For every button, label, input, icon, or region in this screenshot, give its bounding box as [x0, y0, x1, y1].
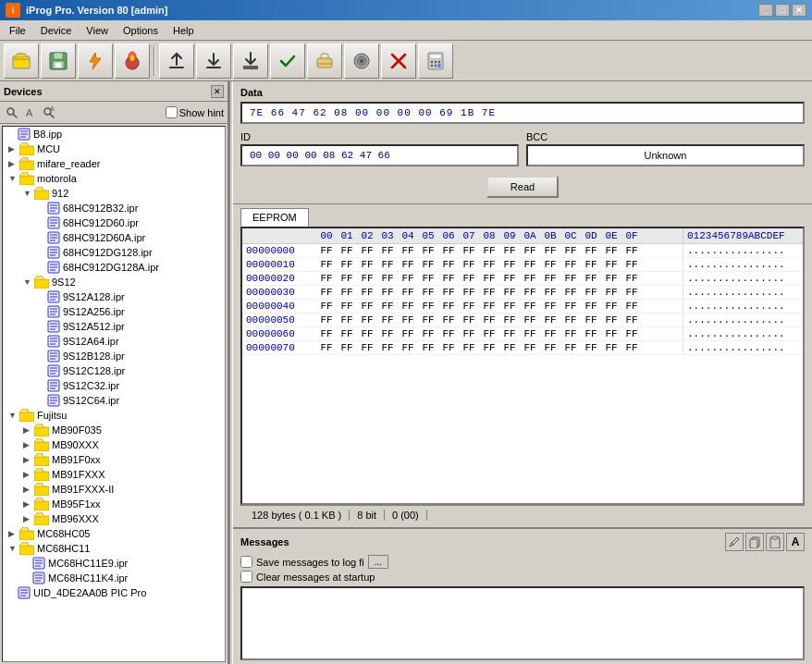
messages-options: Save messages to log fi ... Clear messag…	[240, 555, 805, 583]
id-box: ID 00 00 00 00 08 62 47 66	[240, 131, 519, 166]
svg-rect-4	[55, 63, 61, 68]
svg-rect-10	[206, 67, 221, 68]
tree-node-68hc912dg128a[interactable]: 68HC912DG128A.ipr	[3, 260, 225, 275]
tree-node-9s12a128[interactable]: 9S12A128.ipr	[3, 289, 225, 304]
hex-rows-container: 00000000FFFFFFFFFFFFFFFFFFFFFFFFFFFFFFFF…	[242, 244, 803, 355]
tree-node-68hc912d60a[interactable]: 68HC912D60A.ipr	[3, 230, 225, 245]
messages-toolbar: A	[725, 533, 805, 551]
clear-startup-option[interactable]: Clear messages at startup	[240, 571, 805, 583]
svg-text:A: A	[26, 107, 33, 118]
menu-options[interactable]: Options	[116, 23, 166, 38]
save-button[interactable]	[41, 43, 76, 79]
window-controls[interactable]: _ □ ✕	[758, 4, 806, 17]
tree-node-mc68hc11e9[interactable]: MC68HC11E9.ipr	[3, 556, 225, 571]
devices-search-button[interactable]	[4, 105, 20, 121]
tree-node-uid_4de2aa0b[interactable]: UID_4DE2AA0B PIC Pro	[3, 585, 225, 600]
svg-line-27	[14, 114, 18, 117]
tree-node-mb96xxx[interactable]: ▶ MB96XXX	[3, 511, 225, 526]
bcc-value-display: Unknown	[526, 144, 805, 166]
hex-row: 00000070FFFFFFFFFFFFFFFFFFFFFFFFFFFFFFFF…	[242, 341, 803, 355]
tree-node-mb90xxx[interactable]: ▶ MB90XXX	[3, 437, 225, 452]
devices-title: Devices	[4, 86, 43, 97]
svg-rect-98	[34, 486, 49, 496]
menu-file[interactable]: File	[2, 23, 33, 38]
tree-node-mc68hc05[interactable]: ▶ MC68HC05	[3, 526, 225, 541]
tree-node-mb90f035[interactable]: ▶ MB90F035	[3, 423, 225, 437]
tree-node-9s12c64[interactable]: 9S12C64.ipr	[3, 393, 225, 408]
maximize-button[interactable]: □	[775, 4, 790, 17]
messages-area	[240, 586, 805, 660]
svg-point-20	[431, 60, 433, 62]
tree-node-mb95f1xx[interactable]: ▶ MB95F1xx	[3, 497, 225, 511]
tree-node-mb91f0xx[interactable]: ▶ MB91F0xx	[3, 452, 225, 467]
tree-node-mifare_reader[interactable]: ▶ mifare_reader	[3, 156, 225, 171]
svg-rect-38	[19, 176, 34, 185]
flash-button[interactable]	[78, 43, 113, 79]
svg-point-8	[130, 55, 134, 61]
minimize-button[interactable]: _	[758, 4, 773, 17]
erase-button[interactable]	[307, 43, 342, 79]
upload-button[interactable]	[159, 43, 194, 79]
calc-button[interactable]	[418, 43, 453, 79]
msg-font-button[interactable]: A	[786, 533, 805, 551]
devices-search2-button[interactable]: A	[41, 105, 57, 121]
read-button[interactable]: Read	[486, 176, 559, 198]
svg-line-115	[732, 543, 733, 545]
tree-node-9s12[interactable]: ▼ 9S12	[3, 275, 225, 289]
menu-help[interactable]: Help	[166, 23, 202, 38]
devices-panel: Devices ✕ A A Show hint	[0, 81, 229, 664]
tree-node-mcu[interactable]: ▶ MCU	[3, 141, 225, 156]
tree-node-mb91fxxx_i[interactable]: ▶ MB91FXXX-II	[3, 482, 225, 497]
id-bcc-row: ID 00 00 00 00 08 62 47 66 BCC Unknown	[240, 131, 805, 166]
svg-rect-39	[34, 191, 49, 200]
msg-paste-button[interactable]	[766, 533, 784, 551]
app-title: iProg Pro. Version 80 [admin]	[26, 5, 167, 16]
stop-button[interactable]	[381, 43, 416, 79]
browse-log-button[interactable]: ...	[368, 555, 388, 569]
msg-copy-button[interactable]	[745, 533, 764, 551]
tree-node-68hc912d60[interactable]: 68HC912D60.ipr	[3, 215, 225, 230]
verify-button[interactable]	[270, 43, 305, 79]
menu-device[interactable]: Device	[33, 23, 80, 38]
clear-startup-checkbox[interactable]	[240, 571, 252, 583]
tree-node-9s12a64[interactable]: 9S12A64.ipr	[3, 334, 225, 349]
svg-rect-101	[19, 531, 34, 540]
tab-eeprom[interactable]: EEPROM	[240, 208, 309, 227]
hex-editor[interactable]: 000102030405060708090A0B0C0D0E0F 0123456…	[240, 227, 805, 505]
title-bar: i iProg Pro. Version 80 [admin] _ □ ✕	[0, 0, 812, 20]
tree-node-9s12c32[interactable]: 9S12C32.ipr	[3, 378, 225, 393]
tree-node-mc68hc11k4[interactable]: MC68HC11K4.ipr	[3, 571, 225, 585]
tree-node-b8ipp[interactable]: B8.ipp	[3, 127, 225, 141]
devices-close-button[interactable]: ✕	[211, 85, 224, 98]
tree-node-9s12c128[interactable]: 9S12C128.ipr	[3, 363, 225, 378]
tree-node-9s12a512[interactable]: 9S12A512.ipr	[3, 319, 225, 334]
tree-node-912[interactable]: ▼ 912	[3, 186, 225, 201]
show-hint-label[interactable]: Show hint	[166, 106, 224, 118]
tree-node-mb91fxxx[interactable]: ▶ MB91FXXX	[3, 467, 225, 482]
msg-pen-button[interactable]	[725, 533, 744, 551]
svg-rect-11	[317, 58, 332, 68]
devices-filter-button[interactable]: A	[22, 105, 39, 121]
svg-rect-60	[34, 279, 49, 289]
burn-button[interactable]	[115, 43, 150, 79]
download-button[interactable]	[196, 43, 231, 79]
tree-node-mc68hc11[interactable]: ▼ MC68HC11	[3, 541, 225, 556]
data-label: Data	[240, 87, 805, 98]
save-log-checkbox[interactable]	[240, 556, 252, 568]
chip-button[interactable]	[344, 43, 379, 79]
svg-point-22	[438, 60, 440, 62]
show-hint-checkbox[interactable]	[166, 106, 178, 118]
tree-node-9s12a256[interactable]: 9S12A256.ipr	[3, 304, 225, 319]
tree-node-9s12b128[interactable]: 9S12B128.ipr	[3, 349, 225, 363]
tree-node-68hc912dg128[interactable]: 68HC912DG128.ipr	[3, 245, 225, 260]
close-window-button[interactable]: ✕	[792, 4, 806, 17]
tree-node-fujitsu[interactable]: ▼ Fujitsu	[3, 408, 225, 423]
tree-node-68hc912b32[interactable]: 68HC912B32.ipr	[3, 201, 225, 215]
save-log-option[interactable]: Save messages to log fi ...	[240, 555, 805, 569]
tree-node-motorola[interactable]: ▼ motorola	[3, 171, 225, 186]
download2-button[interactable]	[233, 43, 268, 79]
svg-text:A: A	[50, 106, 55, 112]
open-button[interactable]	[4, 43, 39, 79]
menu-view[interactable]: View	[79, 23, 116, 38]
toolbar	[0, 41, 812, 81]
